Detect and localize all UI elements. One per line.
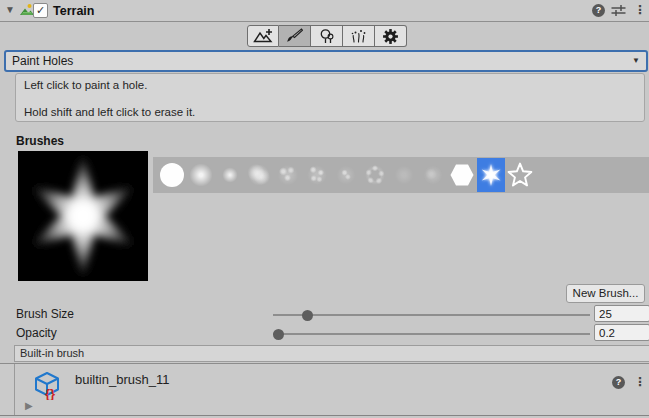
terrain-inspector-panel: ▼ ✓ Terrain ? ⋮ [0,0,649,418]
more-menu-icon[interactable]: ⋮ [634,4,646,17]
soft-star-brush-icon [477,161,505,189]
tool-paint-trees[interactable] [311,25,343,47]
brush-size-slider-track[interactable] [273,314,590,316]
presets-icon[interactable] [611,4,626,20]
section-divider [14,364,15,415]
brush-thumbnail-dot-ring[interactable] [361,158,389,192]
paint-tool-dropdown[interactable]: Paint Holes ▼ [4,50,648,72]
tool-create-neighbor-terrains[interactable] [247,25,279,47]
brush-thumbnail-speckle-medium[interactable] [303,158,331,192]
help-text-line1: Left click to paint a hole. [24,79,147,91]
opacity-value-field[interactable] [594,324,649,341]
component-title: Terrain [53,4,94,18]
help-text-line2: Hold shift and left click to erase it. [24,106,195,118]
star-outline-brush-icon [507,162,533,188]
brush-thumbnail-speckle-small[interactable] [332,158,360,192]
tool-help-box: Left click to paint a hole. Hold shift a… [15,73,645,122]
new-brush-button[interactable]: New Brush... [566,284,645,303]
brush-size-value-field[interactable] [594,305,649,322]
brush-thumbnail-faint-texture[interactable] [390,158,418,192]
brush-asset-section: {} builtin_brush_11 ? ⋮ ▶ [0,363,649,416]
brush-thumbnail-cloud-blob[interactable] [245,158,273,192]
brush-size-slider-thumb[interactable] [302,310,313,321]
paintbrush-icon [286,28,303,44]
mountain-plus-icon [253,28,273,44]
brush-thumbnail-soft-circle[interactable] [187,158,215,192]
brush-thumbnail-faint-texture-2[interactable] [419,158,447,192]
brush-thumbnail-star-outline[interactable] [506,158,534,192]
help-icon[interactable]: ? [592,4,605,17]
chevron-down-icon: ▼ [632,56,640,65]
scriptable-object-icon: {} [33,370,63,403]
svg-text:{}: {} [45,386,55,400]
asset-help-icon[interactable]: ? [612,376,625,389]
opacity-slider-track[interactable] [273,333,590,335]
opacity-slider-thumb[interactable] [273,329,284,340]
tree-icon [318,28,335,44]
brush-size-label: Brush Size [16,307,74,321]
brush-thumbnail-speckle-large[interactable] [274,158,302,192]
asset-foldout-arrow-icon[interactable]: ▶ [25,400,33,411]
hexagon-brush-icon [449,163,475,187]
asset-more-menu-icon[interactable]: ⋮ [634,376,646,389]
tool-paint-details[interactable] [343,25,375,47]
builtin-brush-bar[interactable]: Built-in brush [14,345,649,362]
component-header: ▼ ✓ Terrain ? ⋮ [0,0,649,22]
brushes-section-label: Brushes [16,134,64,148]
opacity-label: Opacity [16,326,57,340]
gear-icon [382,28,399,45]
brush-thumbnail-soft-star-selected[interactable] [477,158,505,192]
brush-preview-image [18,151,148,281]
brush-asset-name: builtin_brush_11 [75,372,169,387]
terrain-tool-toolbar [247,25,407,47]
foldout-arrow-icon[interactable]: ▼ [5,5,15,15]
grass-details-icon [350,28,367,44]
paint-tool-dropdown-value: Paint Holes [12,54,73,68]
brush-thumbnail-small-soft-circle[interactable] [216,158,244,192]
brush-thumbnail-hexagon[interactable] [448,158,476,192]
tool-terrain-settings[interactable] [375,25,407,47]
enabled-checkbox[interactable]: ✓ [33,3,48,18]
tool-paint-terrain[interactable] [279,25,311,47]
brush-palette-strip [153,157,649,193]
brush-thumbnail-solid-circle[interactable] [158,158,186,192]
